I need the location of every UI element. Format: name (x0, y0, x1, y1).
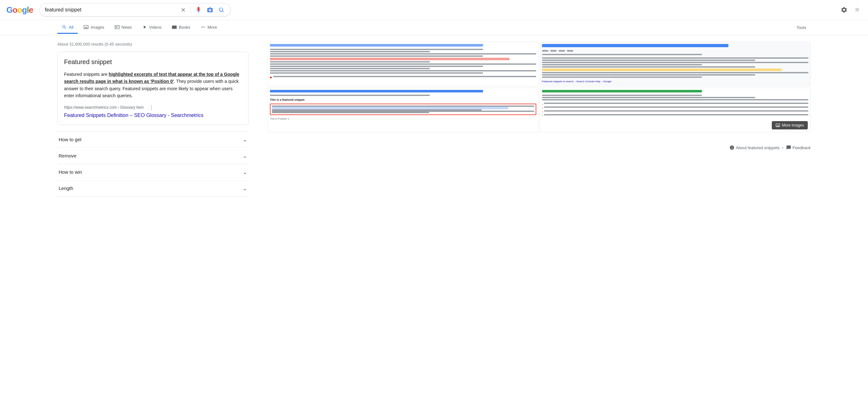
img-line (273, 76, 536, 77)
camera-icon (207, 7, 213, 13)
img-line (270, 51, 430, 52)
nav-tabs: All Images News Videos Books More Tools (0, 20, 868, 35)
img-line (270, 70, 536, 71)
snippet-footer: About featured snippets • Feedback (268, 145, 811, 150)
clear-button[interactable] (180, 6, 187, 13)
settings-icon (841, 6, 847, 13)
image-cell-3[interactable]: This is a featured snippet This is Posit… (268, 88, 538, 132)
search-icon-group (180, 6, 225, 14)
books-nav-icon (172, 25, 177, 30)
chevron-down-icon-3: ⌄ (243, 185, 247, 192)
apps-button[interactable] (853, 6, 862, 14)
search-bar[interactable] (39, 3, 231, 17)
snippet-title: Featured snippet (64, 58, 242, 66)
expandable-row-how-to-win[interactable]: How to win ⌄ (57, 164, 249, 180)
img-line (542, 57, 808, 59)
img-line (542, 64, 702, 65)
how-to-win-label: How to win (59, 169, 82, 175)
svg-point-0 (209, 9, 210, 10)
tab-more-label: More (208, 25, 217, 30)
img-line (542, 60, 755, 61)
more-images-button[interactable]: More images (772, 121, 808, 129)
image-cell-1[interactable] (268, 42, 538, 86)
img-bullet (270, 76, 272, 79)
img-link-text: Featured snippets in search – Search Con… (542, 80, 808, 83)
chevron-down-icon-0: ⌄ (243, 136, 247, 143)
img-nav-item (567, 50, 573, 52)
img-list-items: • • • • (542, 103, 808, 117)
tab-all-label: All (69, 25, 73, 30)
logo-letter-o1: o (12, 5, 17, 15)
tab-news-label: News (121, 25, 132, 30)
tools-button[interactable]: Tools (792, 22, 811, 33)
img-highlight-yellow (542, 68, 782, 71)
expandable-row-remove[interactable]: Remove ⌄ (57, 148, 249, 164)
image-cell-4[interactable]: • • • • (540, 88, 811, 132)
img-list-item: • (542, 110, 808, 113)
snippet-url-text: https://www.searchmetrics.com › Glossary… (64, 105, 144, 110)
header-right (840, 6, 862, 14)
img-position-label: This is Position 1 (270, 117, 536, 120)
img-list-item: • (542, 114, 808, 117)
img-list-item: • (542, 106, 808, 109)
google-logo[interactable]: Google (6, 5, 33, 15)
logo-letter-o2: o (17, 5, 22, 15)
img-line (542, 95, 702, 96)
image-icon (776, 123, 780, 127)
tab-books[interactable]: Books (167, 21, 195, 34)
right-column: Featured snippets in search – Search Con… (268, 42, 811, 197)
search-input[interactable] (45, 7, 180, 13)
voice-search-button[interactable] (195, 6, 202, 14)
img-bullet-num: • (542, 114, 543, 117)
images-nav-icon (84, 25, 89, 30)
img-nav-row (542, 50, 808, 52)
snippet-link[interactable]: Featured Snippets Definition – SEO Gloss… (64, 113, 204, 118)
header: Google (0, 0, 868, 20)
feedback-link[interactable]: Feedback (786, 145, 811, 150)
img-nav-item (550, 50, 557, 52)
img-highlight-blue (272, 107, 508, 109)
snippet-text: Featured snippets are highlighted excerp… (64, 71, 242, 99)
img-header (542, 90, 702, 92)
image-search-button[interactable] (206, 6, 214, 14)
img-line (272, 112, 429, 113)
img-bullet-num: • (542, 103, 543, 105)
tab-news[interactable]: News (110, 21, 136, 34)
chevron-down-icon-1: ⌄ (243, 152, 247, 159)
img-line (542, 76, 702, 78)
img-line (270, 68, 430, 69)
feedback-label: Feedback (793, 145, 811, 150)
tab-more[interactable]: More (196, 21, 221, 34)
img-line (542, 66, 755, 68)
search-nav-icon (62, 25, 67, 30)
search-button[interactable] (218, 6, 225, 14)
footer-separator: • (782, 145, 783, 150)
tab-all[interactable]: All (57, 21, 78, 34)
img-snippet-box (270, 103, 536, 115)
more-nav-icon (200, 25, 206, 30)
settings-button[interactable] (840, 6, 848, 14)
info-icon (730, 145, 735, 150)
search-icon (218, 7, 225, 13)
featured-snippet-box: Featured snippet Featured snippets are h… (57, 52, 249, 125)
img-line (270, 95, 430, 96)
img-line (270, 56, 483, 57)
img-nav-item (542, 50, 548, 52)
image-cell-2[interactable]: Featured snippets in search – Search Con… (540, 42, 811, 86)
tab-images[interactable]: Images (79, 21, 108, 34)
logo-letter-g2: g (22, 5, 27, 15)
about-snippets-link[interactable]: About featured snippets (730, 145, 779, 150)
img-line (270, 66, 483, 67)
tab-videos[interactable]: Videos (138, 21, 166, 34)
apps-icon (854, 6, 861, 13)
snippet-options-button[interactable]: ⋮ (149, 104, 154, 111)
img-line (542, 72, 808, 73)
expandable-row-how-to-get[interactable]: How to get ⌄ (57, 132, 249, 148)
img-line (270, 53, 536, 55)
expandable-row-length[interactable]: Length ⌄ (57, 180, 249, 197)
img-bullet-num: • (542, 110, 543, 113)
img-count (542, 54, 702, 55)
img-line (542, 97, 755, 98)
expandable-section: How to get ⌄ Remove ⌄ How to win ⌄ Lengt… (57, 131, 249, 197)
main-content: About 31,600,000 results (0.45 seconds) … (0, 35, 868, 203)
